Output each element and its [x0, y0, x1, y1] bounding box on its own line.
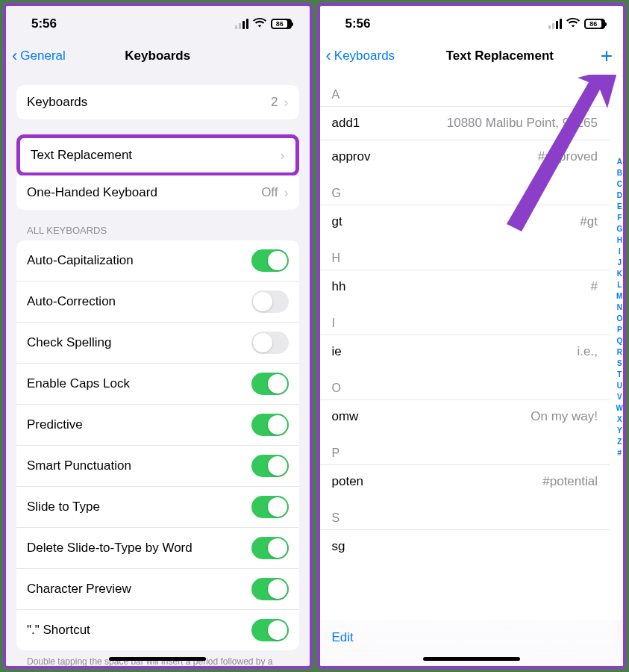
- row-label: Smart Punctuation: [27, 458, 131, 473]
- index-letter[interactable]: X: [616, 414, 623, 424]
- setting-toggle-row: Smart Punctuation: [16, 446, 299, 487]
- index-letter[interactable]: Z: [616, 437, 623, 447]
- shortcut-text: sg: [332, 539, 345, 554]
- row-value: Off: [261, 185, 278, 200]
- back-button[interactable]: ‹ General: [12, 46, 66, 66]
- toggle-switch[interactable]: [251, 496, 289, 518]
- row-label: Keyboards: [27, 95, 87, 110]
- back-button[interactable]: ‹ Keyboards: [326, 46, 395, 66]
- keyboards-group: Keyboards 2 ›: [16, 85, 299, 119]
- replacement-row[interactable]: sg: [320, 529, 610, 563]
- row-label: Slide to Type: [27, 500, 100, 514]
- index-letter[interactable]: #: [616, 448, 623, 458]
- alphabet-index[interactable]: ABCDEFGHIJKLMNOPQRSTUVWXYZ#: [616, 157, 623, 458]
- index-letter[interactable]: D: [616, 190, 623, 200]
- add-button[interactable]: +: [601, 44, 613, 68]
- nav-bar: ‹ General Keyboards: [6, 39, 310, 75]
- toggle-switch[interactable]: [251, 373, 289, 395]
- battery-icon: 86: [584, 19, 605, 29]
- cellular-signal-icon: [235, 19, 248, 29]
- phrase-text: #gt: [580, 214, 598, 229]
- index-letter[interactable]: L: [616, 280, 623, 290]
- one-handed-keyboard-row[interactable]: One-Handed Keyboard Off ›: [16, 175, 299, 210]
- row-label: Predictive: [27, 417, 83, 432]
- replacement-row[interactable]: gt #gt: [320, 205, 610, 238]
- index-letter[interactable]: P: [616, 325, 623, 335]
- section-header-letter: H: [320, 238, 610, 270]
- nav-bar: ‹ Keyboards Text Replacement +: [320, 39, 624, 75]
- index-letter[interactable]: S: [616, 358, 623, 368]
- phrase-text: #potential: [542, 474, 598, 489]
- back-label: Keyboards: [334, 49, 395, 63]
- index-letter[interactable]: J: [616, 258, 623, 267]
- phrase-text: On my way!: [531, 409, 598, 424]
- settings-content[interactable]: Keyboards 2 › Text Replacement › One-Han…: [6, 75, 310, 666]
- all-keyboards-header: ALL KEYBOARDS: [6, 210, 310, 240]
- shortcut-text: omw: [332, 409, 359, 424]
- chevron-left-icon: ‹: [12, 46, 17, 66]
- row-label: One-Handed Keyboard: [27, 185, 157, 200]
- replacement-row[interactable]: omw On my way!: [320, 399, 610, 433]
- edit-button[interactable]: Edit: [332, 630, 354, 644]
- row-label: Check Spelling: [27, 335, 111, 350]
- index-letter[interactable]: R: [616, 347, 623, 357]
- replacement-row[interactable]: ie i.e.,: [320, 335, 610, 368]
- index-letter[interactable]: G: [616, 224, 623, 234]
- index-letter[interactable]: I: [616, 246, 623, 256]
- setting-toggle-row: Character Preview: [16, 569, 299, 610]
- shortcut-text: ie: [332, 344, 342, 359]
- replacement-row[interactable]: approv #approved: [320, 140, 610, 173]
- replacement-row[interactable]: hh #: [320, 270, 610, 303]
- index-letter[interactable]: M: [616, 291, 623, 301]
- home-indicator[interactable]: [423, 657, 520, 661]
- index-letter[interactable]: Y: [616, 426, 623, 435]
- setting-toggle-row: Check Spelling: [16, 323, 299, 364]
- phrase-text: i.e.,: [578, 344, 598, 359]
- row-label: Text Replacement: [31, 148, 132, 163]
- home-indicator[interactable]: [109, 657, 206, 661]
- index-letter[interactable]: V: [616, 392, 623, 402]
- toggle-switch[interactable]: [251, 290, 289, 313]
- chevron-left-icon: ‹: [326, 46, 331, 66]
- shortcut-text: approv: [332, 149, 371, 164]
- toggle-switch[interactable]: [251, 619, 289, 641]
- index-letter[interactable]: Q: [616, 336, 623, 346]
- section-header-letter: G: [320, 173, 610, 205]
- replacement-content[interactable]: A add1 10880 Malibu Point, 90265 approv …: [320, 75, 624, 666]
- index-letter[interactable]: W: [616, 403, 623, 413]
- index-letter[interactable]: C: [616, 179, 623, 189]
- setting-toggle-row: Auto-Correction: [16, 281, 299, 323]
- section-header-letter: A: [320, 75, 610, 106]
- index-letter[interactable]: A: [616, 157, 623, 167]
- toggle-switch[interactable]: [251, 414, 289, 436]
- toggle-switch[interactable]: [251, 249, 289, 272]
- wifi-icon: [566, 17, 580, 31]
- battery-icon: 86: [271, 19, 292, 29]
- index-letter[interactable]: T: [616, 370, 623, 379]
- index-letter[interactable]: E: [616, 202, 623, 211]
- toggle-switch[interactable]: [251, 455, 289, 477]
- text-replacement-row[interactable]: Text Replacement ›: [20, 138, 295, 172]
- toggle-switch[interactable]: [251, 578, 289, 600]
- index-letter[interactable]: B: [616, 168, 623, 178]
- index-letter[interactable]: N: [616, 302, 623, 312]
- index-letter[interactable]: U: [616, 381, 623, 391]
- cellular-signal-icon: [548, 19, 562, 29]
- index-letter[interactable]: F: [616, 213, 623, 223]
- keyboards-row[interactable]: Keyboards 2 ›: [16, 85, 299, 119]
- replacement-row[interactable]: add1 10880 Malibu Point, 90265: [320, 106, 610, 140]
- toggle-switch[interactable]: [251, 332, 289, 354]
- back-label: General: [20, 49, 65, 63]
- section-header-letter: P: [320, 433, 610, 464]
- phrase-text: #: [591, 279, 598, 294]
- setting-toggle-row: Slide to Type: [16, 487, 299, 528]
- text-replacement-screen: 5:56 86 ‹ Keyboards Text Replacement + A…: [317, 3, 627, 669]
- index-letter[interactable]: K: [616, 269, 623, 279]
- index-letter[interactable]: H: [616, 235, 623, 245]
- section-header-letter: I: [320, 303, 610, 335]
- status-bar: 5:56 86: [6, 6, 310, 39]
- toggle-switch[interactable]: [251, 537, 289, 559]
- index-letter[interactable]: O: [616, 314, 623, 323]
- setting-toggle-row: Auto-Capitalization: [16, 240, 299, 281]
- replacement-row[interactable]: poten #potential: [320, 464, 610, 498]
